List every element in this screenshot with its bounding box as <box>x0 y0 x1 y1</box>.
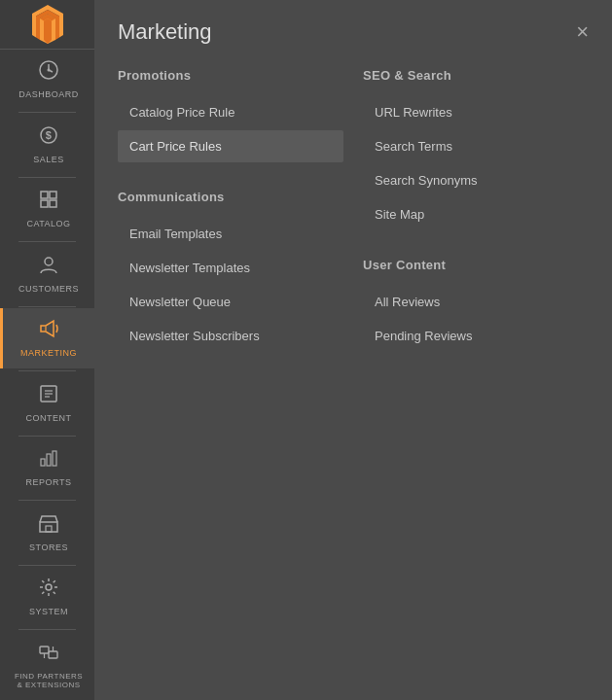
sidebar-item-reports-label: REPORTS <box>26 477 72 488</box>
sidebar-item-sales-label: SALES <box>33 155 64 165</box>
svg-rect-20 <box>53 451 56 466</box>
sidebar-divider-3 <box>18 241 75 242</box>
sidebar-item-catalog[interactable]: CATALOG <box>0 179 94 239</box>
sidebar-item-content[interactable]: CONTENT <box>0 373 94 434</box>
search-terms-link[interactable]: Search Terms <box>363 130 589 162</box>
user-content-title: User Content <box>363 258 589 272</box>
sidebar-divider-4 <box>18 306 75 307</box>
sidebar-item-system-label: SYSTEM <box>29 607 68 617</box>
system-icon <box>38 577 59 603</box>
site-map-link[interactable]: Site Map <box>363 198 589 230</box>
sidebar: DASHBOARD $ SALES CATALOG <box>0 0 94 700</box>
svg-rect-18 <box>41 459 45 466</box>
svg-rect-22 <box>46 526 52 532</box>
seo-search-title: SEO & Search <box>363 68 589 83</box>
sidebar-item-reports[interactable]: REPORTS <box>0 438 94 498</box>
close-button[interactable]: × <box>576 21 589 43</box>
svg-rect-19 <box>47 454 51 466</box>
right-column: SEO & Search URL Rewrites Search Terms S… <box>363 68 589 354</box>
newsletter-templates-link[interactable]: Newsletter Templates <box>118 252 343 284</box>
sidebar-divider-1 <box>18 112 75 113</box>
sidebar-item-find-partners[interactable]: FIND PARTNERS& EXTENSIONS <box>0 632 94 700</box>
find-partners-icon <box>38 642 59 668</box>
sidebar-item-stores-label: STORES <box>29 542 68 553</box>
search-synonyms-link[interactable]: Search Synonyms <box>363 164 589 196</box>
url-rewrites-link[interactable]: URL Rewrites <box>363 96 589 128</box>
newsletter-queue-link[interactable]: Newsletter Queue <box>118 286 343 318</box>
sidebar-item-content-label: CONTENT <box>26 413 72 424</box>
marketing-panel: Marketing × Promotions Catalog Price Rul… <box>94 0 612 700</box>
sales-icon: $ <box>38 124 59 151</box>
sidebar-item-dashboard[interactable]: DASHBOARD <box>0 50 94 110</box>
sidebar-item-customers-label: CUSTOMERS <box>18 284 79 295</box>
svg-rect-10 <box>50 192 56 198</box>
svg-rect-12 <box>50 200 56 207</box>
seo-search-section: SEO & Search URL Rewrites Search Terms S… <box>363 68 589 230</box>
svg-point-6 <box>48 69 51 72</box>
left-column: Promotions Catalog Price Rule Cart Price… <box>118 68 343 354</box>
content-icon <box>38 383 59 409</box>
svg-rect-25 <box>49 651 57 658</box>
promotions-section: Promotions Catalog Price Rule Cart Price… <box>118 68 343 162</box>
email-templates-link[interactable]: Email Templates <box>118 218 343 250</box>
pending-reviews-link[interactable]: Pending Reviews <box>363 320 589 352</box>
sidebar-divider-7 <box>18 500 75 501</box>
svg-rect-11 <box>41 200 48 207</box>
sidebar-item-stores[interactable]: STORES <box>0 503 94 563</box>
communications-section: Communications Email Templates Newslette… <box>118 190 343 352</box>
svg-point-13 <box>45 258 53 265</box>
sidebar-item-sales[interactable]: $ SALES <box>0 115 94 175</box>
dashboard-icon <box>38 59 59 86</box>
sidebar-divider-5 <box>18 370 75 371</box>
sidebar-item-find-partners-label: FIND PARTNERS& EXTENSIONS <box>15 672 83 690</box>
sidebar-divider-8 <box>18 565 75 566</box>
cart-price-rules-link[interactable]: Cart Price Rules <box>118 130 343 162</box>
panel-title: Marketing <box>118 19 212 45</box>
svg-marker-4 <box>44 18 52 44</box>
svg-rect-24 <box>40 647 49 653</box>
reports-icon <box>38 447 59 473</box>
sidebar-divider-2 <box>18 177 75 178</box>
panel-header: Marketing × <box>118 19 589 45</box>
promotions-title: Promotions <box>118 68 343 83</box>
sidebar-item-dashboard-label: DASHBOARD <box>18 89 79 100</box>
sidebar-item-marketing-label: MARKETING <box>20 348 77 359</box>
panel-columns: Promotions Catalog Price Rule Cart Price… <box>118 68 589 354</box>
sidebar-item-customers[interactable]: CUSTOMERS <box>0 244 94 304</box>
newsletter-subscribers-link[interactable]: Newsletter Subscribers <box>118 320 343 352</box>
sidebar-item-catalog-label: CATALOG <box>26 219 70 229</box>
sidebar-item-marketing[interactable]: MARKETING <box>0 308 94 368</box>
user-content-section: User Content All Reviews Pending Reviews <box>363 258 589 352</box>
catalog-icon <box>38 189 59 215</box>
communications-title: Communications <box>118 190 343 204</box>
all-reviews-link[interactable]: All Reviews <box>363 286 589 318</box>
stores-icon <box>38 512 59 539</box>
marketing-icon <box>38 318 59 344</box>
svg-rect-9 <box>41 192 48 198</box>
svg-point-23 <box>46 584 52 590</box>
catalog-price-rule-link[interactable]: Catalog Price Rule <box>118 96 343 128</box>
sidebar-divider-9 <box>18 629 75 630</box>
sidebar-logo <box>0 0 94 50</box>
sidebar-divider-6 <box>18 436 75 437</box>
svg-text:$: $ <box>46 129 53 141</box>
magento-logo <box>26 3 69 46</box>
customers-icon <box>38 254 59 280</box>
svg-rect-21 <box>40 522 57 532</box>
sidebar-item-system[interactable]: SYSTEM <box>0 567 94 627</box>
